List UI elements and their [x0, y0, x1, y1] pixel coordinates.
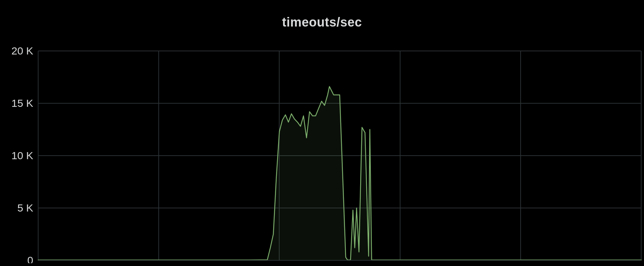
plot-area[interactable]: 05 K10 K15 K20 K — [0, 42, 644, 263]
y-tick-label: 5 K — [17, 202, 33, 214]
chart-title: timeouts/sec — [0, 0, 644, 30]
y-tick-label: 15 K — [11, 97, 33, 109]
y-tick-label: 0 — [27, 254, 33, 263]
y-axis: 05 K10 K15 K20 K — [11, 45, 33, 263]
series-fill — [38, 87, 641, 260]
y-tick-label: 10 K — [11, 150, 33, 161]
chart-svg: 05 K10 K15 K20 K — [0, 42, 644, 263]
y-tick-label: 20 K — [11, 45, 33, 57]
chart-panel: timeouts/sec 05 K10 K15 K20 K — [0, 0, 644, 266]
